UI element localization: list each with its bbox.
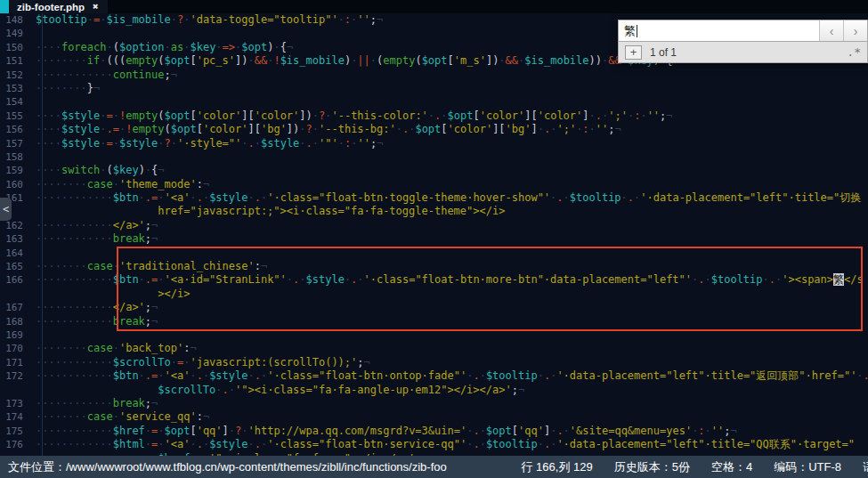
code-line[interactable]: 152············continue;¬ <box>0 69 868 82</box>
code-line-wrap[interactable]: $scrollTo·.·'"><i·class="fa·fa-angle-up·… <box>0 384 868 397</box>
line-number: 156 <box>0 123 36 136</box>
code-text: ····switch·($key)·{¬ <box>36 164 165 176</box>
code-editor[interactable]: 148$tooltip·=·$is_mobile·?·'data-toggle=… <box>0 13 868 456</box>
code-line[interactable]: 162············</a>';¬ <box>0 219 868 232</box>
code-line[interactable]: 156····$style·.=·!empty($opt['color']['b… <box>0 123 868 136</box>
line-number: 151 <box>0 54 36 68</box>
find-previous-button[interactable]: ‹ <box>819 20 843 41</box>
file-path: 文件位置：/www/wwwroot/www.tfblog.cn/wp-conte… <box>8 459 447 475</box>
line-number: 148 <box>0 13 36 27</box>
search-input-row: 繁 ‹ › <box>618 20 868 42</box>
code-line[interactable]: 169 <box>0 328 868 342</box>
code-line-wrap[interactable]: ></i> <box>0 288 868 301</box>
code-line[interactable]: 168············break;¬ <box>0 315 868 328</box>
code-text: ············$scrollTo·=·'javascript:(scr… <box>36 356 370 369</box>
code-line[interactable]: 173············break;¬ <box>0 397 868 410</box>
line-number: 158 <box>0 150 36 164</box>
line-number: 176 <box>0 438 36 451</box>
code-text: ············$href·=·$opt['qq']·?·'http:/… <box>36 425 737 437</box>
encoding[interactable]: 编码：UTF-8 <box>774 459 841 475</box>
line-number: 155 <box>0 109 36 123</box>
code-line[interactable]: 155····$style·=·!empty($opt['color']['co… <box>0 109 868 123</box>
code-text: ············</a>';¬ <box>36 219 158 231</box>
code-line[interactable]: 176············$html·=·'<a'·.·$style·.·'… <box>0 438 868 451</box>
code-line[interactable]: 161············$btn·.=·'<a'·.·$style·.·'… <box>0 191 868 205</box>
status-bar: 文件位置：/www/wwwroot/www.tfblog.cn/wp-conte… <box>0 456 868 478</box>
code-line-wrap[interactable]: href="javascript:;"><i·class="fa·fa-togg… <box>0 205 868 218</box>
sidebar-collapse-handle[interactable]: < <box>0 198 12 221</box>
code-line[interactable]: 158 <box>0 150 868 164</box>
code-line[interactable]: 163············break;¬ <box>0 232 868 246</box>
find-next-button[interactable]: › <box>843 20 867 41</box>
line-number: 169 <box>0 328 36 342</box>
search-status-row: + 1 of 1 .* <box>618 42 868 63</box>
line-number: 171 <box>0 356 36 369</box>
code-text: ········case·'back_top':¬ <box>36 342 197 354</box>
code-line[interactable]: 160········case·'theme_mode':¬ <box>0 178 868 191</box>
line-number: 165 <box>0 260 36 273</box>
code-line[interactable]: 164 <box>0 247 868 260</box>
line-number: 149 <box>0 27 36 40</box>
line-number: 170 <box>0 342 36 355</box>
line-number: 167 <box>0 301 36 314</box>
code-text: ····$style·.=·!empty($opt['color']['bg']… <box>36 123 621 135</box>
code-lines: 148$tooltip·=·$is_mobile·?·'data-toggle=… <box>0 13 868 456</box>
chevron-right-icon: › <box>854 24 858 38</box>
search-input[interactable]: 繁 <box>619 20 819 41</box>
code-text: ····$style·=·$style·?·'·style="'·.·$styl… <box>36 137 383 150</box>
code-line[interactable]: 175············$href·=·$opt['qq']·?·'htt… <box>0 425 868 438</box>
code-text: ········}¬ <box>36 82 100 94</box>
search-query: 繁 <box>624 23 636 39</box>
line-number: 162 <box>0 219 36 232</box>
line-number: 150 <box>0 41 36 54</box>
text-cursor <box>637 25 637 37</box>
line-number: 163 <box>0 232 36 246</box>
line-number: 168 <box>0 315 36 328</box>
code-line[interactable]: 165········case·'traditional_chinese':¬ <box>0 260 868 273</box>
code-text: ····foreach·($option·as·$key·=>·$opt)·{¬ <box>36 41 293 53</box>
code-line[interactable]: 167············</a>';¬ <box>0 301 868 314</box>
line-number: 159 <box>0 164 36 177</box>
code-text: ············continue;¬ <box>36 69 177 81</box>
code-text: ············break;¬ <box>36 232 158 245</box>
line-number: 164 <box>0 247 36 260</box>
code-line[interactable]: 157····$style·=·$style·?·'·style="'·.·$s… <box>0 137 868 150</box>
code-line[interactable]: 172············$btn·.=·'<a'·.·$style·.·'… <box>0 369 868 383</box>
add-search-button[interactable]: + <box>625 45 642 60</box>
code-text: ············break;¬ <box>36 397 158 409</box>
code-text: ········case·'theme_mode':¬ <box>36 178 209 190</box>
code-line[interactable]: 166············$btn·.=·'<a·id="StranLink… <box>0 273 868 287</box>
line-number: 160 <box>0 178 36 191</box>
indent-spaces[interactable]: 空格：4 <box>711 459 752 475</box>
search-panel: 繁 ‹ › + 1 of 1 .* <box>618 20 868 63</box>
code-text: ············$btn·.=·'<a'·.·$style·.·'·cl… <box>36 191 861 204</box>
code-text: ></i> <box>36 288 190 300</box>
tab-title: zib-footer.php <box>17 2 85 12</box>
code-line[interactable]: 153········}¬ <box>0 82 868 95</box>
code-text: ············</a>';¬ <box>36 301 158 313</box>
code-text: ············$btn·.=·'<a·id="StranLink"'·… <box>36 273 864 286</box>
line-number: 153 <box>0 82 36 95</box>
history-versions[interactable]: 历史版本：5份 <box>614 459 690 475</box>
chevron-left-icon: < <box>3 203 9 215</box>
code-line[interactable]: 154 <box>0 95 868 109</box>
code-line[interactable]: 170········case·'back_top':¬ <box>0 342 868 355</box>
code-line[interactable]: 171············$scrollTo·=·'javascript:(… <box>0 356 868 369</box>
code-text: ············break;¬ <box>36 315 158 328</box>
code-text: $tooltip·=·$is_mobile·?·'data-toggle="to… <box>36 13 383 26</box>
plus-icon: + <box>630 46 637 58</box>
line-number: 166 <box>0 273 36 287</box>
regex-toggle[interactable]: .* <box>847 45 861 59</box>
panel-accent <box>0 0 9 13</box>
line-number: 154 <box>0 95 36 109</box>
code-text: ········case·'traditional_chinese':¬ <box>36 260 267 272</box>
code-text: href="javascript:;"><i·class="fa·fa-togg… <box>36 205 505 217</box>
status-items: 行 166,列 129 历史版本：5份 空格：4 编码：UTF-8 语 <box>521 459 868 475</box>
line-number: 175 <box>0 425 36 438</box>
tab-zib-footer[interactable]: zib-footer.php ✖ <box>9 0 108 13</box>
tab-close-icon[interactable]: ✖ <box>93 2 99 12</box>
code-line[interactable]: 159····switch·($key)·{¬ <box>0 164 868 177</box>
code-line[interactable]: 174········case·'service_qq':¬ <box>0 410 868 424</box>
chevron-left-icon: ‹ <box>830 24 834 38</box>
match-count: 1 of 1 <box>650 46 677 59</box>
